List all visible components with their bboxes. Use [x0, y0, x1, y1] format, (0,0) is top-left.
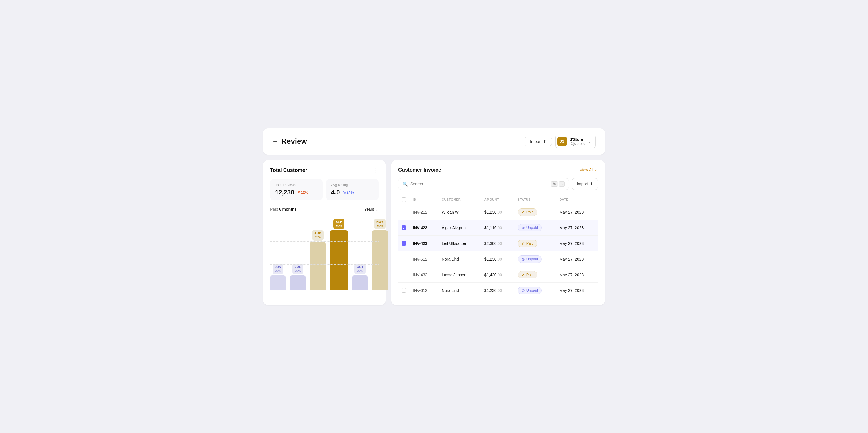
chart-area: JUN20% JUL20% AUG65% SEP80% [270, 216, 379, 290]
main-container: ← Review Import ⬆ JS J'Store @jstore.id … [263, 128, 605, 305]
status-icon: ⊗ [521, 288, 525, 293]
status-badge: ⊗ Unpaid [518, 287, 541, 294]
row-status: ⊗ Unpaid [514, 251, 556, 267]
row-date: May 27, 2023 [556, 235, 598, 251]
avg-rating-card: Avg Rating 4.0 ↘ 24% [326, 179, 379, 200]
col-date: DATE [556, 195, 598, 204]
bar-oct-bar [352, 276, 368, 290]
user-name: J'Store [570, 137, 585, 142]
status-icon: ⊗ [521, 257, 525, 261]
select-all-checkbox[interactable] [402, 197, 406, 202]
invoice-title: Customer Invoice [398, 167, 441, 173]
row-id: INV-612 [409, 251, 438, 267]
table-row: INV-212 Wildan W $1,230.00 ✔ Paid May 27… [398, 204, 598, 220]
kbd-cmd: ⌘ [551, 181, 558, 187]
total-reviews-value: 12,230 [275, 189, 294, 196]
bar-oct-label: OCT20% [354, 264, 365, 274]
table-header-row: ID CUSTOMER AMOUNT STATUS DATE [398, 195, 598, 204]
row-date: May 27, 2023 [556, 220, 598, 235]
table-import-label: Import [577, 181, 588, 186]
col-status: STATUS [514, 195, 556, 204]
row-status: ✔ Paid [514, 235, 556, 251]
total-reviews-value-row: 12,230 ↗ 12% [275, 189, 317, 196]
row-amount: $1,420.00 [481, 267, 514, 283]
years-dropdown[interactable]: Years ⌄ [364, 207, 379, 211]
table-row: INV-612 Nora Lind $1,230.00 ⊗ Unpaid May… [398, 251, 598, 267]
avg-rating-label: Avg Rating [331, 183, 374, 187]
avg-rating-value-row: 4.0 ↘ 24% [331, 189, 374, 196]
status-icon: ⊗ [521, 226, 525, 230]
import-button[interactable]: Import ⬆ [525, 137, 552, 146]
bar-nov: NOV80% [372, 219, 388, 290]
bar-jul-bar [290, 276, 306, 290]
bar-jul-label: JUL20% [292, 264, 303, 274]
bar-aug-label: AUG65% [312, 230, 323, 240]
rating-change: ↘ 24% [343, 190, 354, 194]
row-checkbox-cell [398, 283, 409, 298]
table-body: INV-212 Wildan W $1,230.00 ✔ Paid May 27… [398, 204, 598, 298]
row-checkbox[interactable] [402, 272, 406, 277]
row-checkbox[interactable] [402, 226, 406, 230]
table-row: INV-432 Lasse Jensen $1,420.00 ✔ Paid Ma… [398, 267, 598, 283]
view-all-link[interactable]: View All ↗ [580, 168, 598, 172]
row-id: INV-212 [409, 204, 438, 220]
keyboard-shortcut: ⌘ K [551, 181, 565, 187]
col-customer: CUSTOMER [438, 195, 481, 204]
row-customer: Lasse Jensen [438, 267, 481, 283]
row-customer: Nora Lind [438, 251, 481, 267]
kbd-k: K [559, 181, 565, 187]
row-id: INV-423 [409, 235, 438, 251]
import-label: Import [530, 139, 541, 144]
row-checkbox[interactable] [402, 288, 406, 293]
row-customer: Nora Lind [438, 283, 481, 298]
row-checkbox[interactable] [402, 210, 406, 214]
total-reviews-card: Total Reviews 12,230 ↗ 12% [270, 179, 323, 200]
row-checkbox-cell [398, 235, 409, 251]
user-handle: @jstore.id [570, 142, 585, 146]
bar-nov-label: NOV80% [374, 219, 385, 229]
row-checkbox-cell [398, 251, 409, 267]
bar-sep-label: SEP80% [334, 219, 344, 229]
row-checkbox-cell [398, 204, 409, 220]
search-box: 🔍 ⌘ K [398, 178, 569, 190]
row-checkbox-cell [398, 267, 409, 283]
header-left: ← Review [272, 137, 307, 146]
row-customer: Wildan W [438, 204, 481, 220]
header-right: Import ⬆ JS J'Store @jstore.id ⌄ [525, 135, 596, 148]
row-status: ⊗ Unpaid [514, 220, 556, 235]
reviews-change: ↗ 12% [297, 190, 308, 194]
chevron-down-icon: ⌄ [588, 139, 591, 144]
user-badge[interactable]: JS J'Store @jstore.id ⌄ [555, 135, 596, 148]
content-row: Total Customer ⋮ Total Reviews 12,230 ↗ … [263, 160, 605, 305]
bar-jun-label: JUN20% [273, 264, 283, 274]
bar-jun-bar [270, 276, 286, 290]
more-options-button[interactable]: ⋮ [373, 167, 379, 174]
row-status: ✔ Paid [514, 267, 556, 283]
status-icon: ✔ [521, 210, 525, 214]
years-label: Years [364, 207, 374, 211]
row-amount: $1,116.00 [481, 220, 514, 235]
row-date: May 27, 2023 [556, 251, 598, 267]
row-amount: $1,230.00 [481, 204, 514, 220]
row-amount: $1,230.00 [481, 251, 514, 267]
table-row: INV-423 Leif Ulfsdotter $2,300.00 ✔ Paid… [398, 235, 598, 251]
row-customer: Leif Ulfsdotter [438, 235, 481, 251]
bar-aug: AUG65% [310, 230, 326, 290]
bar-oct: OCT20% [352, 264, 368, 290]
status-badge: ⊗ Unpaid [518, 224, 541, 231]
left-panel: Total Customer ⋮ Total Reviews 12,230 ↗ … [263, 160, 385, 305]
col-checkbox [398, 195, 409, 204]
row-checkbox-cell [398, 220, 409, 235]
invoice-header: Customer Invoice View All ↗ [398, 167, 598, 173]
row-amount: $1,230.00 [481, 283, 514, 298]
search-input[interactable] [410, 181, 549, 186]
upload-icon-2: ⬆ [590, 181, 593, 186]
row-checkbox[interactable] [402, 257, 406, 261]
chart-period: Past 6 months [270, 207, 297, 211]
bar-jun: JUN20% [270, 264, 286, 290]
row-checkbox[interactable] [402, 241, 406, 246]
back-button[interactable]: ← [272, 138, 278, 145]
upload-icon: ⬆ [543, 139, 547, 144]
row-id: INV-612 [409, 283, 438, 298]
table-import-button[interactable]: Import ⬆ [572, 178, 598, 190]
